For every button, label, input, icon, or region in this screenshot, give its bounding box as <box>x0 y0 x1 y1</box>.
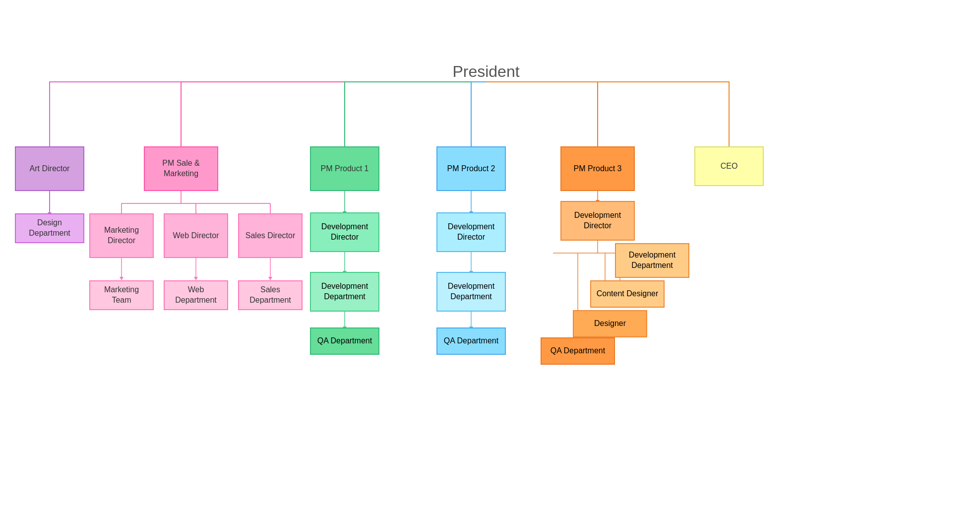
dev-dept-p1-node[interactable]: DevelopmentDepartment <box>310 272 379 312</box>
web-dept-node[interactable]: Web Department <box>164 280 228 310</box>
dev-director-p2-node[interactable]: DevelopmentDirector <box>436 212 506 252</box>
sales-dept-label: Sales Department <box>243 285 298 306</box>
dev-director-p1-node[interactable]: DevelopmentDirector <box>310 212 379 252</box>
dev-director-p3-label: DevelopmentDirector <box>574 210 621 231</box>
sales-dept-node[interactable]: Sales Department <box>238 280 303 310</box>
pm-product1-node[interactable]: PM Product 1 <box>310 146 379 191</box>
pm-sale-marketing-node[interactable]: PM Sale &Marketing <box>144 146 218 191</box>
pm-product2-node[interactable]: PM Product 2 <box>436 146 506 191</box>
sales-director-node[interactable]: Sales Director <box>238 213 303 258</box>
web-director-label: Web Director <box>173 231 219 241</box>
qa-dept-p1-node[interactable]: QA Department <box>310 327 379 355</box>
web-director-node[interactable]: Web Director <box>164 213 228 258</box>
dev-director-p1-label: DevelopmentDirector <box>321 222 368 243</box>
art-director-label: Art Director <box>30 164 70 174</box>
qa-dept-p1-label: QA Department <box>317 336 372 346</box>
dev-dept-p1-label: DevelopmentDepartment <box>321 281 368 302</box>
marketing-director-node[interactable]: MarketingDirector <box>89 213 154 258</box>
ceo-label: CEO <box>721 161 738 172</box>
org-chart: President Art Director Design Department… <box>0 0 980 521</box>
dev-dept-p3-node[interactable]: DevelopmentDepartment <box>615 243 689 278</box>
marketing-team-node[interactable]: Marketing Team <box>89 280 154 310</box>
sales-director-label: Sales Director <box>245 231 295 241</box>
svg-marker-10 <box>120 277 123 280</box>
svg-marker-12 <box>194 277 198 280</box>
content-designer-node[interactable]: Content Designer <box>590 280 665 308</box>
content-designer-label: Content Designer <box>597 289 659 299</box>
president-node: President <box>446 57 526 87</box>
qa-dept-p2-node[interactable]: QA Department <box>436 327 506 355</box>
pm-product3-label: PM Product 3 <box>574 164 622 174</box>
pm-product2-label: PM Product 2 <box>447 164 495 174</box>
svg-marker-14 <box>268 277 272 280</box>
qa-dept-p3-label: QA Department <box>551 346 605 356</box>
dev-dept-p3-label: DevelopmentDepartment <box>629 250 675 271</box>
qa-dept-p3-node[interactable]: QA Department <box>541 337 615 365</box>
designer-label: Designer <box>594 319 626 329</box>
marketing-director-label: MarketingDirector <box>104 225 139 246</box>
pm-sale-marketing-label: PM Sale &Marketing <box>162 158 200 179</box>
design-dept-node[interactable]: Design Department <box>15 213 84 243</box>
dev-director-p3-node[interactable]: DevelopmentDirector <box>560 201 635 241</box>
marketing-team-label: Marketing Team <box>94 285 149 306</box>
president-label: President <box>452 62 519 82</box>
design-dept-label: Design Department <box>20 218 79 239</box>
dev-director-p2-label: DevelopmentDirector <box>448 222 494 243</box>
qa-dept-p2-label: QA Department <box>444 336 498 346</box>
designer-node[interactable]: Designer <box>573 310 647 337</box>
dev-dept-p2-label: DevelopmentDepartment <box>448 281 494 302</box>
dev-dept-p2-node[interactable]: DevelopmentDepartment <box>436 272 506 312</box>
art-director-node[interactable]: Art Director <box>15 146 84 191</box>
ceo-node[interactable]: CEO <box>694 146 764 186</box>
pm-product1-label: PM Product 1 <box>321 164 369 174</box>
pm-product3-node[interactable]: PM Product 3 <box>560 146 635 191</box>
web-dept-label: Web Department <box>169 285 223 306</box>
